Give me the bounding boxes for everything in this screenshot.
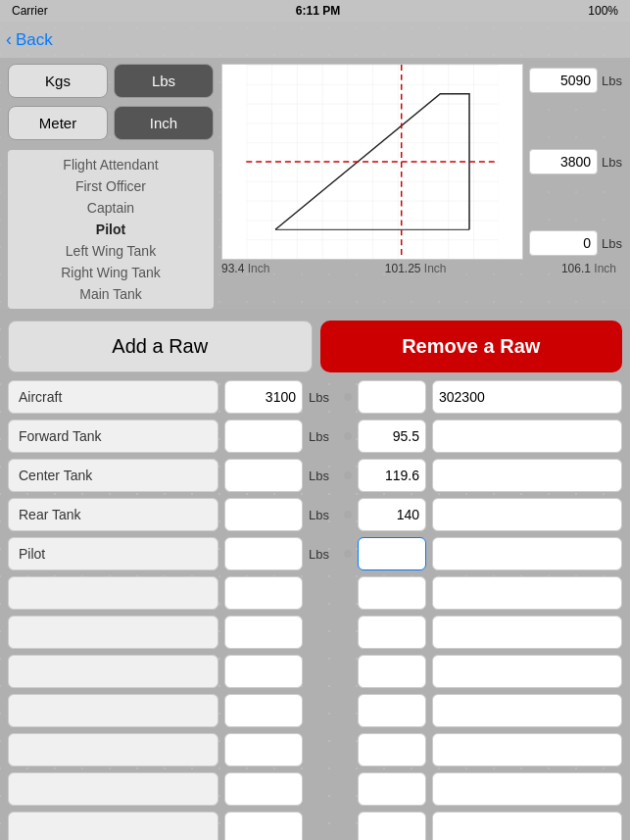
table-row-empty: Lbs	[8, 655, 622, 688]
label-input-rear-tank[interactable]	[8, 498, 218, 531]
chart-value-top: Lbs	[529, 68, 622, 93]
dropdown-item[interactable]: Captain	[8, 197, 214, 219]
chart-bottom-unit: Lbs	[602, 236, 622, 251]
x-label-3: 106.1 Inch	[561, 262, 616, 275]
empty-moment	[432, 772, 622, 806]
x-input-pilot[interactable]	[358, 537, 426, 570]
unit-label: Lbs	[309, 429, 338, 444]
row-dot	[344, 511, 352, 519]
table-row-empty: Lbs	[8, 616, 622, 649]
empty-value	[224, 576, 303, 610]
empty-moment	[432, 694, 622, 727]
table-row-empty: Lbs	[8, 576, 622, 610]
kgs-button[interactable]: Kgs	[8, 64, 108, 98]
battery-label: 100%	[588, 4, 618, 18]
chart-value-mid: Lbs	[529, 149, 622, 174]
label-input-center-tank[interactable]	[8, 459, 218, 492]
time-label: 6:11 PM	[296, 4, 340, 18]
add-raw-button[interactable]: Add a Raw	[8, 321, 313, 372]
value-input-forward-tank[interactable]	[224, 420, 303, 453]
table-row: Lbs	[8, 498, 622, 531]
unit-label: Lbs	[309, 469, 338, 483]
empty-value	[224, 655, 303, 688]
back-button[interactable]: ‹ Back	[0, 24, 65, 56]
value-input-center-tank[interactable]	[224, 459, 303, 492]
chart-top-value-input[interactable]	[529, 68, 598, 93]
carrier-label: Carrier	[12, 4, 48, 18]
chart-top-unit: Lbs	[602, 74, 622, 88]
dropdown-item[interactable]: Left Wing Tank	[8, 240, 214, 262]
empty-label	[8, 616, 218, 649]
dropdown-item-pilot[interactable]: Pilot	[8, 219, 214, 240]
empty-value	[224, 812, 303, 840]
meter-button[interactable]: Meter	[8, 106, 108, 140]
label-input-forward-tank[interactable]	[8, 420, 218, 453]
empty-moment	[432, 733, 622, 766]
data-section: Lbs Lbs Lbs Lbs	[0, 380, 630, 840]
chart-mid-value-input[interactable]	[529, 149, 598, 174]
x-label-1: 93.4 Inch	[221, 262, 269, 275]
empty-label	[8, 812, 218, 840]
empty-x	[358, 812, 426, 840]
dropdown-item[interactable]: Flight Attendant	[8, 154, 214, 175]
moment-input-aircraft[interactable]	[432, 380, 622, 414]
empty-label	[8, 694, 218, 727]
empty-moment	[432, 616, 622, 649]
dropdown-item[interactable]: First Officer	[8, 175, 214, 197]
status-bar: Carrier 6:11 PM 100%	[0, 0, 630, 22]
empty-label	[8, 576, 218, 610]
action-buttons-row: Add a Raw Remove a Raw	[0, 313, 630, 380]
x-input-forward-tank[interactable]	[358, 420, 426, 453]
row-dot	[344, 471, 352, 479]
empty-x	[358, 655, 426, 688]
empty-x	[358, 694, 426, 727]
envelope-chart	[222, 65, 522, 259]
value-input-pilot[interactable]	[224, 537, 303, 570]
chart-value-bottom: Lbs	[529, 230, 622, 256]
label-input-aircraft[interactable]	[8, 380, 218, 414]
empty-value	[224, 733, 303, 766]
value-input-aircraft[interactable]	[224, 380, 303, 414]
value-input-rear-tank[interactable]	[224, 498, 303, 531]
inch-button[interactable]: Inch	[114, 106, 214, 140]
row-dot	[344, 550, 352, 558]
empty-label	[8, 772, 218, 806]
moment-input-forward-tank[interactable]	[432, 420, 622, 453]
table-row-empty: Lbs	[8, 694, 622, 727]
chevron-left-icon: ‹	[6, 29, 12, 50]
x-input-aircraft[interactable]	[358, 380, 426, 414]
empty-label	[8, 655, 218, 688]
table-row: Lbs	[8, 537, 622, 570]
dropdown-item[interactable]: Main Tank	[8, 283, 214, 305]
empty-x	[358, 616, 426, 649]
table-row-empty: Lbs	[8, 812, 622, 840]
empty-moment	[432, 576, 622, 610]
dropdown-item[interactable]: Right Wing Tank	[8, 262, 214, 283]
table-row: Lbs	[8, 420, 622, 453]
unit-label: Lbs	[309, 390, 338, 405]
table-row-empty: Lbs	[8, 733, 622, 766]
lbs-button[interactable]: Lbs	[114, 64, 214, 98]
empty-x	[358, 576, 426, 610]
dropdown-list: Flight Attendant First Officer Captain P…	[8, 150, 214, 309]
moment-input-center-tank[interactable]	[432, 459, 622, 492]
label-input-pilot[interactable]	[8, 537, 218, 570]
chart-bottom-value-input[interactable]	[529, 230, 598, 256]
empty-label	[8, 733, 218, 766]
back-label: Back	[16, 30, 53, 50]
x-input-center-tank[interactable]	[358, 459, 426, 492]
row-dot	[344, 393, 352, 401]
remove-raw-button[interactable]: Remove a Raw	[320, 321, 623, 372]
x-input-rear-tank[interactable]	[358, 498, 426, 531]
chart-mid-unit: Lbs	[602, 155, 622, 170]
x-label-2: 101.25 Inch	[385, 262, 447, 275]
empty-value	[224, 616, 303, 649]
empty-x	[358, 772, 426, 806]
row-dot	[344, 432, 352, 440]
unit-label: Lbs	[309, 508, 338, 522]
empty-moment	[432, 655, 622, 688]
table-row: Lbs	[8, 380, 622, 414]
table-row: Lbs	[8, 459, 622, 492]
moment-input-rear-tank[interactable]	[432, 498, 622, 531]
moment-input-pilot[interactable]	[432, 537, 622, 570]
